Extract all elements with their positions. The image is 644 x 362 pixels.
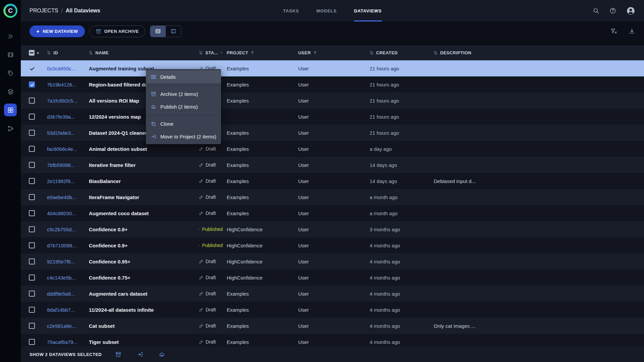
row-checkbox[interactable]	[29, 130, 35, 136]
help-icon[interactable]	[609, 7, 616, 14]
row-id: dddf9e5a9...	[47, 291, 89, 297]
column-header-status[interactable]: ⇅ STA...	[199, 50, 227, 56]
row-checkbox[interactable]	[29, 339, 35, 345]
menu-item-clone[interactable]: Clone	[146, 117, 221, 130]
sidebar-item-projects[interactable]	[4, 30, 17, 43]
row-id: 0c0cd450c...	[47, 66, 89, 71]
table-row[interactable]: c2e581a9e...Cat subsetDraftExamplesUser4…	[21, 318, 644, 334]
row-checkbox[interactable]	[29, 226, 35, 232]
row-user: User	[298, 291, 370, 297]
table-row[interactable]: 8daf14bb7...11/2024-all datasets infinit…	[21, 302, 644, 318]
tab-models[interactable]: MODELS	[316, 0, 336, 21]
row-created: 21 hours ago	[370, 66, 434, 71]
column-header-name[interactable]: ⇅ NAME	[89, 50, 199, 56]
row-name: IteraFrame Navigator	[89, 194, 199, 200]
table-row[interactable]: 7b19b4126...Region-based filtered dataDr…	[21, 76, 644, 93]
row-status: Draft	[199, 307, 227, 312]
column-header-created[interactable]: ⇅ CREATED	[370, 50, 434, 56]
table-row[interactable]: d7b710099...Confidence 0.9+PublishedHigh…	[21, 237, 644, 253]
table-row[interactable]: 404c88030...Augmented coco datasetDraftE…	[21, 205, 644, 221]
column-header-user[interactable]: USER	[298, 50, 370, 55]
tab-tasks[interactable]: TASKS	[283, 0, 299, 21]
row-checkbox[interactable]	[29, 258, 35, 264]
row-created: 14 days ago	[370, 162, 434, 168]
table-row[interactable]: 7a1fc892c5...All versions ROI MapDraftEx…	[21, 93, 644, 109]
sidebar-item-pipelines[interactable]	[4, 122, 17, 135]
sidebar: C	[0, 0, 21, 362]
row-checkbox[interactable]	[29, 275, 35, 281]
table-row[interactable]: dddf9e5a9...Augmented cars datasetDraftE…	[21, 286, 644, 302]
table-row[interactable]: 0c0cd450c...Augmented training subsetDra…	[21, 60, 644, 76]
table-row[interactable]: c4c143e5b...Confidence 0.75+DraftHighCon…	[21, 269, 644, 286]
row-checkbox[interactable]	[29, 162, 35, 168]
clone-icon	[151, 121, 156, 127]
row-checkbox[interactable]	[29, 194, 35, 200]
table-view-toggle[interactable]	[150, 26, 166, 37]
new-dataview-button[interactable]: + NEW DATAVIEW	[30, 25, 85, 37]
sidebar-item-dataviews[interactable]	[4, 104, 17, 116]
row-created: 4 months ago	[370, 259, 434, 264]
row-checkbox[interactable]	[29, 307, 35, 313]
split-view-toggle[interactable]	[166, 26, 181, 37]
chevron-down-icon[interactable]: ▾	[37, 51, 39, 55]
row-checkbox[interactable]	[29, 242, 35, 248]
table-row[interactable]: 7bfb59096...Iterative frame filterDraftE…	[21, 157, 644, 173]
row-project: Examples	[227, 339, 298, 345]
row-project: Examples	[227, 291, 298, 297]
clear-filters-icon[interactable]	[610, 28, 617, 35]
pencil-icon	[199, 179, 204, 183]
sidebar-item-hyper-datasets[interactable]	[4, 85, 17, 98]
select-all-checkbox[interactable]	[29, 50, 35, 56]
sort-icon: ⇅	[370, 50, 374, 56]
footer-publish-button[interactable]	[159, 351, 165, 358]
table-row[interactable]: d3b7fe39a...12/2024 versions mapDraftUse…	[21, 109, 644, 125]
footer-archive-button[interactable]	[115, 351, 121, 358]
breadcrumb-root[interactable]: PROJECTS	[30, 8, 58, 14]
sidebar-item-datasets[interactable]	[4, 48, 17, 61]
menu-item-archive[interactable]: Archive (2 items)	[146, 87, 221, 100]
download-icon[interactable]	[629, 28, 635, 35]
tab-dataviews[interactable]: DATAVIEWS	[354, 0, 382, 21]
row-checkbox[interactable]	[29, 210, 35, 216]
avatar[interactable]	[626, 6, 635, 15]
filter-icon[interactable]	[251, 51, 254, 55]
row-checkbox[interactable]	[29, 291, 35, 297]
status-label: Draft	[206, 291, 216, 296]
column-label: ID	[53, 50, 58, 55]
row-checkbox[interactable]	[29, 81, 35, 87]
filter-icon[interactable]	[313, 51, 317, 55]
status-label: Published	[202, 227, 223, 232]
row-checkbox[interactable]	[29, 98, 35, 104]
table-row[interactable]: 75acaf6a79...Tiger subsetDraftExamplesUs…	[21, 334, 644, 347]
row-created: a month ago	[370, 194, 434, 200]
table-row[interactable]: fac60b6c4e...Animal detection subsetDraf…	[21, 141, 644, 157]
open-archive-button[interactable]: OPEN ARCHIVE	[89, 25, 145, 37]
clearml-logo[interactable]: C	[3, 4, 17, 18]
filter-icon[interactable]	[220, 51, 223, 55]
table-row[interactable]: c5c2b755d...Confidence 0.8+PublishedHigh…	[21, 221, 644, 237]
table-row[interactable]: 53d1fa6e3...Dataset 2024-Q1 cleanedDraft…	[21, 125, 644, 141]
table-row[interactable]: 92195e7f6...Confidence 0.95+DraftHighCon…	[21, 253, 644, 269]
menu-item-details[interactable]: Details	[146, 70, 221, 83]
row-created: 4 months ago	[370, 339, 434, 345]
row-checkbox[interactable]	[29, 323, 35, 329]
row-user: User	[298, 210, 370, 216]
row-checkbox[interactable]	[29, 146, 35, 152]
row-checkbox[interactable]	[29, 65, 35, 71]
footer-move-to-project-button[interactable]	[137, 351, 143, 358]
search-icon[interactable]	[593, 7, 599, 14]
column-header-description[interactable]: ⇅ DESCRIPTION	[434, 50, 644, 56]
table-row[interactable]: e0aebe40b...IteraFrame NavigatorDraftExa…	[21, 189, 644, 205]
sidebar-item-annotations[interactable]	[4, 67, 17, 79]
tag-icon	[7, 70, 14, 77]
row-checkbox[interactable]	[29, 114, 35, 120]
row-checkbox[interactable]	[29, 178, 35, 184]
selected-count-label[interactable]: SHOW 2 DATAVIEWS SELECTED	[30, 352, 102, 357]
menu-item-move-to-project[interactable]: Move to Project (2 items)	[146, 130, 221, 143]
column-header-project[interactable]: PROJECT	[227, 50, 298, 55]
menu-item-publish[interactable]: Publish (2 items)	[146, 100, 221, 113]
table-row[interactable]: 2e11982f9...BiasBalancerDraftExamplesUse…	[21, 173, 644, 189]
column-header-id[interactable]: ⇅ ID	[47, 50, 89, 56]
row-created: 21 hours ago	[370, 114, 434, 120]
row-created: 4 months ago	[370, 243, 434, 248]
